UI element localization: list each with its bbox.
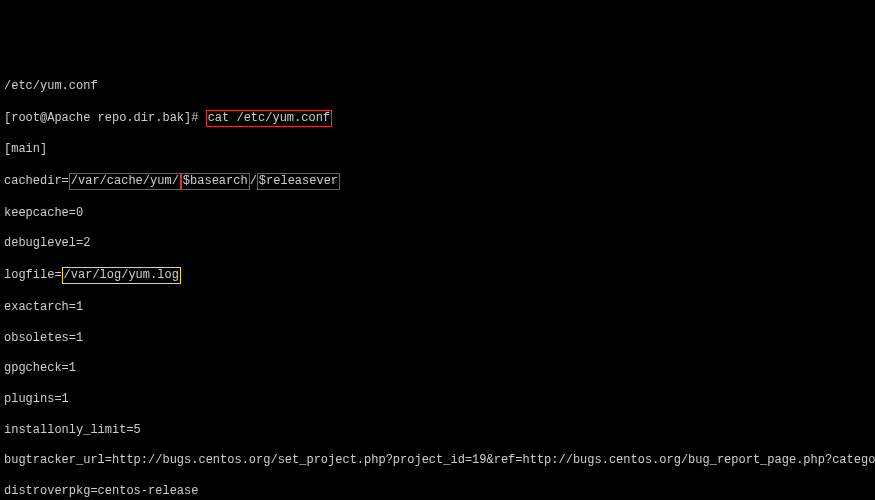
- line-obsoletes: obsoletes=1: [4, 331, 871, 346]
- releasever-box: $releasever: [257, 173, 340, 190]
- line-path-top: /etc/yum.conf: [4, 79, 871, 94]
- line-main: [main]: [4, 142, 871, 157]
- slash1: /: [250, 174, 257, 188]
- logfile-key: logfile=: [4, 268, 62, 282]
- line-distroverpkg: distroverpkg=centos-release: [4, 484, 871, 499]
- line-prompt-cat: [root@Apache repo.dir.bak]# cat /etc/yum…: [4, 110, 871, 127]
- cachedir-key: cachedir=: [4, 174, 69, 188]
- line-bugtracker: bugtracker_url=http://bugs.centos.org/se…: [4, 453, 871, 468]
- basearch-box: $basearch: [181, 173, 250, 190]
- line-installonly: installonly_limit=5: [4, 423, 871, 438]
- line-plugins: plugins=1: [4, 392, 871, 407]
- line-keepcache: keepcache=0: [4, 206, 871, 221]
- logfile-box: /var/log/yum.log: [62, 267, 181, 284]
- line-debuglevel: debuglevel=2: [4, 236, 871, 251]
- cmd-cat-box: cat /etc/yum.conf: [206, 110, 332, 127]
- prompt: [root@Apache repo.dir.bak]#: [4, 111, 206, 125]
- line-cachedir: cachedir=/var/cache/yum/$basearch/$relea…: [4, 173, 871, 190]
- line-exactarch: exactarch=1: [4, 300, 871, 315]
- cachedir-path-box: /var/cache/yum/: [69, 173, 181, 190]
- line-gpgcheck: gpgcheck=1: [4, 361, 871, 376]
- line-logfile: logfile=/var/log/yum.log: [4, 267, 871, 284]
- terminal-output: /etc/yum.conf [root@Apache repo.dir.bak]…: [4, 63, 871, 500]
